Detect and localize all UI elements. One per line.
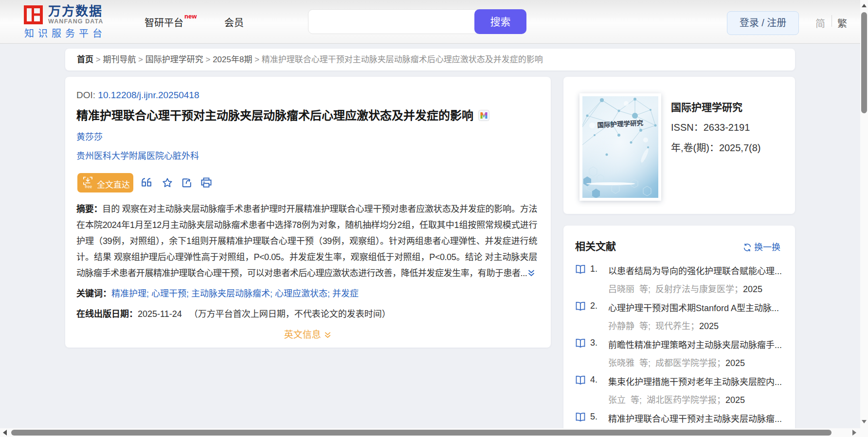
svg-text:free: free	[85, 184, 92, 189]
